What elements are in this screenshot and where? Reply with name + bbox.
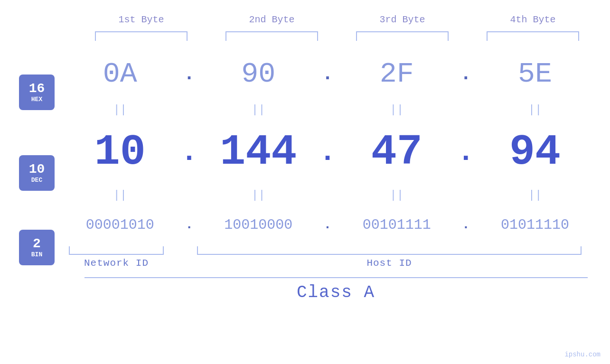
equals-row-2: || || || ||	[55, 183, 591, 207]
main-container: 1st Byte 2nd Byte 3rd Byte 4th Byte 16 H…	[0, 0, 610, 364]
bracket-3	[356, 31, 449, 41]
hex-byte-4: 5E	[518, 58, 552, 90]
bin-byte-3: 00101111	[363, 217, 431, 233]
byte-label-4: 4th Byte	[481, 14, 585, 25]
hex-badge-name: HEX	[31, 96, 42, 103]
eq1-4: ||	[483, 103, 587, 116]
class-section: Class A	[84, 277, 588, 302]
eq2-3: ||	[345, 189, 449, 202]
equals-row-1: || || || ||	[55, 98, 591, 121]
network-id-bracket	[69, 246, 164, 255]
bracket-2	[225, 31, 318, 41]
dot-6: .	[456, 136, 475, 168]
dec-byte-3: 47	[371, 128, 422, 177]
bin-badge: 2 BIN	[19, 230, 55, 265]
hex-byte-3: 2F	[380, 58, 414, 90]
eq2-2: ||	[206, 189, 310, 202]
network-id-label: Network ID	[84, 258, 149, 269]
hex-row: 0A . 90 . 2F . 5E	[55, 50, 591, 98]
hex-byte-1: 0A	[103, 58, 137, 90]
dot-1: .	[180, 64, 199, 85]
bin-byte-2: 10010000	[224, 217, 292, 233]
eq1-3: ||	[345, 103, 449, 116]
bin-badge-name: BIN	[31, 252, 42, 258]
eq2-4: ||	[483, 189, 587, 202]
dot-2: .	[318, 64, 337, 85]
dot-4: .	[180, 136, 199, 168]
host-id-label: Host ID	[366, 258, 412, 269]
bin-badge-num: 2	[33, 237, 41, 251]
dot-5: .	[318, 136, 337, 168]
hex-byte-2: 90	[241, 58, 275, 90]
bin-row: 00001010 . 10010000 . 00101111 . 0101111…	[55, 207, 591, 243]
base-badges: 16 HEX 10 DEC 2 BIN	[0, 50, 55, 265]
dot-7: .	[180, 217, 199, 232]
dec-badge-name: DEC	[31, 177, 42, 183]
dec-byte-2: 144	[220, 128, 297, 177]
bin-byte-1: 00001010	[86, 217, 154, 233]
eq2-1: ||	[68, 189, 172, 202]
dot-8: .	[318, 217, 337, 232]
byte-label-1: 1st Byte	[89, 14, 194, 25]
dec-badge: 10 DEC	[19, 155, 55, 191]
eq1-2: ||	[206, 103, 310, 116]
dec-byte-4: 94	[509, 128, 561, 177]
dot-9: .	[456, 217, 475, 232]
byte-label-2: 2nd Byte	[220, 14, 324, 25]
dec-row: 10 . 144 . 47 . 94	[55, 121, 591, 183]
hex-badge-num: 16	[29, 82, 45, 95]
dec-byte-1: 10	[94, 128, 146, 177]
class-label: Class A	[84, 278, 588, 302]
dot-3: .	[456, 64, 475, 85]
bin-byte-4: 01011110	[501, 217, 569, 233]
bracket-4	[487, 31, 579, 41]
watermark: ipshu.com	[564, 351, 601, 358]
host-id-bracket	[197, 246, 582, 255]
hex-badge: 16 HEX	[19, 75, 55, 110]
byte-label-3: 3rd Byte	[350, 14, 455, 25]
eq1-1: ||	[68, 103, 172, 116]
dec-badge-num: 10	[29, 163, 45, 176]
bracket-1	[95, 31, 188, 41]
